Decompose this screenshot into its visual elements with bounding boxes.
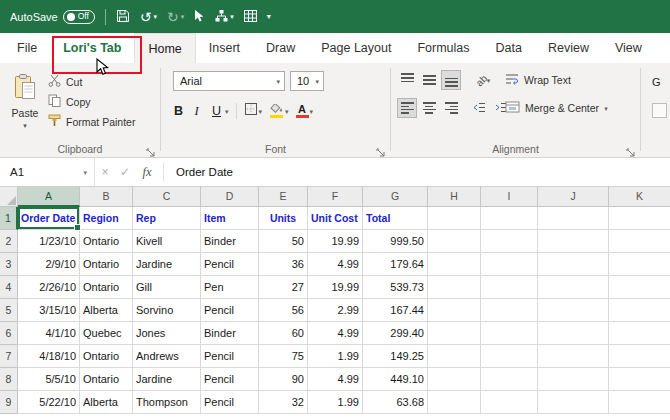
wrap-text-button[interactable]: Wrap Text: [505, 70, 571, 90]
cell-G5[interactable]: 167.44: [363, 299, 428, 322]
cell-J4[interactable]: [538, 276, 609, 299]
font-dialog-launcher[interactable]: [376, 143, 386, 153]
autosave-control[interactable]: AutoSave Off: [10, 10, 95, 24]
column-header-A[interactable]: A: [18, 187, 80, 207]
orientation-button[interactable]: ab▾: [469, 70, 497, 90]
tab-file[interactable]: File: [4, 33, 50, 63]
align-right-button[interactable]: [441, 98, 461, 118]
cell-H8[interactable]: [428, 368, 481, 391]
row-header-3[interactable]: 3: [0, 253, 18, 276]
cell-I6[interactable]: [481, 322, 538, 345]
align-middle-button[interactable]: [419, 70, 439, 90]
cell-B9[interactable]: Alberta: [80, 391, 133, 414]
cell-A2[interactable]: 1/23/10: [18, 230, 80, 253]
cell-K7[interactable]: [609, 345, 670, 368]
tab-formulas[interactable]: Formulas: [404, 33, 482, 63]
cell-B4[interactable]: Ontario: [80, 276, 133, 299]
cell-G9[interactable]: 63.68: [363, 391, 428, 414]
column-header-B[interactable]: B: [80, 187, 133, 207]
format-painter-button[interactable]: Format Painter: [48, 113, 135, 131]
cell-I8[interactable]: [481, 368, 538, 391]
cell-B1[interactable]: Region: [80, 207, 133, 230]
cell-H6[interactable]: [428, 322, 481, 345]
row-header-1[interactable]: 1: [0, 207, 18, 230]
cell-A4[interactable]: 2/26/10: [18, 276, 80, 299]
cell-H2[interactable]: [428, 230, 481, 253]
cell-E9[interactable]: 32: [259, 391, 308, 414]
cell-D4[interactable]: Pen: [201, 276, 259, 299]
tab-review[interactable]: Review: [535, 33, 602, 63]
table-button[interactable]: [244, 10, 257, 24]
undo-button[interactable]: ↺▾: [140, 10, 157, 24]
cell-H1[interactable]: [428, 207, 481, 230]
cell-D2[interactable]: Binder: [201, 230, 259, 253]
column-header-E[interactable]: E: [259, 187, 308, 207]
cell-D8[interactable]: Pencil: [201, 368, 259, 391]
cell-I7[interactable]: [481, 345, 538, 368]
font-color-button[interactable]: A▾: [294, 101, 316, 121]
autosave-toggle[interactable]: Off: [63, 10, 95, 24]
cell-B7[interactable]: Ontario: [80, 345, 133, 368]
cell-H7[interactable]: [428, 345, 481, 368]
select-all-corner[interactable]: [0, 187, 18, 207]
cell-J1[interactable]: [538, 207, 609, 230]
cell-F1[interactable]: Unit Cost: [308, 207, 363, 230]
cell-F3[interactable]: 4.99: [308, 253, 363, 276]
cell-F2[interactable]: 19.99: [308, 230, 363, 253]
cell-J6[interactable]: [538, 322, 609, 345]
cell-C3[interactable]: Jardine: [133, 253, 201, 276]
fill-color-button[interactable]: ▾: [267, 101, 291, 121]
cell-A8[interactable]: 5/5/10: [18, 368, 80, 391]
cell-C4[interactable]: Gill: [133, 276, 201, 299]
cell-B3[interactable]: Ontario: [80, 253, 133, 276]
cell-I3[interactable]: [481, 253, 538, 276]
decrease-indent-button[interactable]: [469, 98, 489, 118]
cell-K9[interactable]: [609, 391, 670, 414]
cell-B5[interactable]: Alberta: [80, 299, 133, 322]
cell-A5[interactable]: 3/15/10: [18, 299, 80, 322]
cell-F6[interactable]: 4.99: [308, 322, 363, 345]
cell-B8[interactable]: Ontario: [80, 368, 133, 391]
cell-D7[interactable]: Pencil: [201, 345, 259, 368]
align-center-button[interactable]: [419, 98, 439, 118]
touch-mode-button[interactable]: [194, 9, 205, 25]
cell-C6[interactable]: Jones: [133, 322, 201, 345]
cut-button[interactable]: Cut: [48, 73, 82, 91]
cell-H4[interactable]: [428, 276, 481, 299]
borders-button[interactable]: ▾: [242, 101, 265, 121]
merge-center-button[interactable]: Merge & Center ▾: [505, 98, 608, 118]
cell-G7[interactable]: 149.25: [363, 345, 428, 368]
cell-A3[interactable]: 2/9/10: [18, 253, 80, 276]
insert-function-button[interactable]: fx: [135, 165, 159, 180]
cell-E6[interactable]: 60: [259, 322, 308, 345]
cell-A6[interactable]: 4/1/10: [18, 322, 80, 345]
cell-J7[interactable]: [538, 345, 609, 368]
cell-D5[interactable]: Pencil: [201, 299, 259, 322]
cell-F9[interactable]: 1.99: [308, 391, 363, 414]
tab-view[interactable]: View: [602, 33, 655, 63]
tab-data[interactable]: Data: [483, 33, 535, 63]
paste-button[interactable]: Paste ▾: [6, 69, 44, 141]
enter-button[interactable]: ✓: [115, 165, 135, 179]
cell-J3[interactable]: [538, 253, 609, 276]
cell-A9[interactable]: 5/22/10: [18, 391, 80, 414]
cell-J5[interactable]: [538, 299, 609, 322]
cell-F5[interactable]: 2.99: [308, 299, 363, 322]
tab-page-layout[interactable]: Page Layout: [308, 33, 404, 63]
cell-E4[interactable]: 27: [259, 276, 308, 299]
bold-button[interactable]: B: [171, 101, 186, 121]
align-left-button[interactable]: [397, 98, 417, 118]
cell-C2[interactable]: Kivell: [133, 230, 201, 253]
cell-C5[interactable]: Sorvino: [133, 299, 201, 322]
cell-K8[interactable]: [609, 368, 670, 391]
cell-I1[interactable]: [481, 207, 538, 230]
column-header-K[interactable]: K: [609, 187, 670, 207]
cell-K1[interactable]: [609, 207, 670, 230]
save-button[interactable]: [116, 9, 130, 25]
cell-H5[interactable]: [428, 299, 481, 322]
cell-G2[interactable]: 999.50: [363, 230, 428, 253]
cell-G8[interactable]: 449.10: [363, 368, 428, 391]
number-format-select-partial[interactable]: G: [652, 76, 661, 88]
cell-G6[interactable]: 299.40: [363, 322, 428, 345]
cell-G3[interactable]: 179.64: [363, 253, 428, 276]
